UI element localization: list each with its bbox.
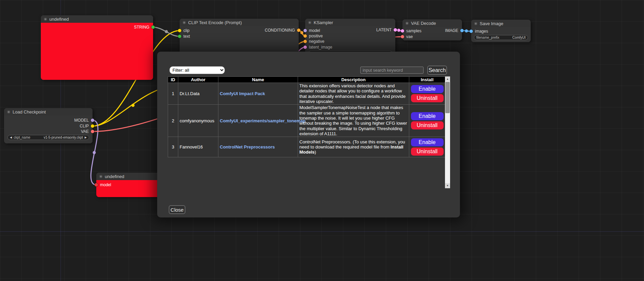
latent-port-icon[interactable]	[303, 46, 307, 49]
increment-arrow-icon[interactable]: ▶	[85, 136, 87, 139]
conditioning-port-icon[interactable]	[303, 34, 307, 38]
output-slot-vae[interactable]: VAE	[81, 129, 94, 134]
node-title-bar[interactable]: CLIP Text Encode (Prompt)	[180, 19, 299, 26]
output-slot-conditioning[interactable]: CONDITIONING	[265, 28, 300, 33]
input-slot-latent-image[interactable]: latent_image	[303, 45, 332, 50]
search-input[interactable]	[360, 67, 424, 74]
input-slot-clip[interactable]: clip	[178, 28, 189, 33]
ckpt-name-widget[interactable]: ◀ ckpt_name v1-5-pruned-emaonly.ckpt ▶	[7, 135, 89, 140]
output-slot-string[interactable]: STRING	[134, 24, 155, 30]
node-title-bar[interactable]: VAE Decode	[402, 19, 462, 27]
node-undefined-bottom[interactable]: undefined model	[96, 173, 164, 197]
node-title-bar[interactable]: undefined	[41, 15, 153, 23]
vae-port-icon[interactable]	[91, 130, 94, 133]
enable-button[interactable]: Enable	[411, 85, 444, 93]
graph-canvas[interactable]: undefined STRING CLIP Text Encode (Promp…	[0, 0, 644, 281]
node-title: Save Image	[480, 21, 503, 26]
node-title-bar[interactable]: KSampler	[305, 19, 395, 26]
cell-id: 1	[168, 83, 178, 105]
output-slot-image[interactable]: IMAGE	[445, 28, 464, 33]
latent-port-icon[interactable]	[401, 29, 404, 33]
wire-string-to-text	[153, 27, 180, 36]
cell-install: Enable Uninstall	[409, 105, 445, 137]
node-status-dot-icon	[406, 22, 409, 25]
node-save-image[interactable]: Save Image images filename_prefix ComfyU…	[471, 20, 531, 42]
clip-port-icon[interactable]	[91, 124, 94, 128]
column-header-author: Author	[178, 77, 218, 83]
description-text: This extension offers various detector n…	[299, 83, 406, 104]
widget-label: ckpt_name	[14, 136, 30, 139]
scrollbar-thumb[interactable]	[445, 82, 450, 113]
input-slot-model[interactable]: model	[95, 182, 111, 188]
filter-select[interactable]: Filter: all	[169, 66, 225, 74]
input-slot-text[interactable]: text	[178, 34, 190, 39]
scroll-up-icon[interactable]: ▲	[445, 76, 450, 82]
node-status-dot-icon	[474, 22, 477, 25]
conditioning-port-icon[interactable]	[303, 40, 307, 43]
cell-install: Enable Uninstall	[409, 83, 445, 105]
clip-port-icon[interactable]	[178, 29, 181, 32]
vae-port-icon[interactable]	[401, 35, 404, 38]
search-button[interactable]: Search	[427, 66, 447, 75]
output-slot-model[interactable]: MODEL	[74, 118, 94, 123]
model-port-icon[interactable]	[95, 183, 98, 187]
node-title: undefined	[105, 174, 124, 179]
enable-button[interactable]: Enable	[411, 112, 444, 120]
node-title-bar[interactable]: undefined	[96, 173, 164, 180]
slot-label: samples	[406, 29, 422, 33]
input-slot-negative[interactable]: negative	[303, 39, 324, 44]
node-undefined-top[interactable]: undefined STRING	[41, 15, 153, 80]
node-title: KSampler	[314, 20, 333, 25]
input-slot-images[interactable]: images	[469, 29, 488, 34]
cell-id: 2	[168, 105, 178, 137]
string-port-icon[interactable]	[178, 35, 181, 38]
uninstall-button[interactable]: Uninstall	[411, 94, 444, 102]
uninstall-button[interactable]: Uninstall	[411, 121, 444, 129]
image-port-icon[interactable]	[469, 30, 473, 33]
node-title: CLIP Text Encode (Prompt)	[188, 20, 242, 25]
extension-link[interactable]: ComfyUI_experiments/sampler_tonemap	[220, 118, 306, 123]
input-slot-positive[interactable]: positive	[303, 33, 323, 39]
cell-author: Fannovel16	[178, 137, 218, 157]
output-slot-clip[interactable]: CLIP	[80, 123, 94, 129]
input-slot-model[interactable]: model	[303, 28, 320, 33]
node-vae-decode[interactable]: VAE Decode samples vae IMAGE	[402, 19, 462, 40]
uninstall-button[interactable]: Uninstall	[411, 147, 444, 156]
slot-label: latent_image	[309, 45, 332, 50]
model-port-icon[interactable]	[303, 29, 307, 32]
cell-author: comfyanonymous	[178, 105, 218, 137]
table-row: 2 comfyanonymous ComfyUI_experiments/sam…	[168, 105, 445, 137]
slot-label: vae	[406, 34, 413, 39]
filename-prefix-widget[interactable]: filename_prefix ComfyUI	[474, 35, 528, 40]
output-slot-latent[interactable]: LATENT	[376, 27, 397, 33]
wire-midpoint-dot	[397, 29, 400, 32]
conditioning-port-icon[interactable]	[297, 29, 300, 32]
cell-name: ComfyUI_experiments/sampler_tonemap	[218, 105, 298, 137]
slot-label: images	[475, 29, 488, 34]
table-scrollbar[interactable]: ▲ ▼	[445, 76, 450, 188]
scroll-down-icon[interactable]: ▼	[445, 183, 450, 188]
extension-link[interactable]: ComfyUI Impact Pack	[220, 91, 265, 96]
image-port-icon[interactable]	[460, 29, 464, 32]
widget-value: v1-5-pruned-emaonly.ckpt	[44, 136, 83, 139]
input-slot-samples[interactable]: samples	[401, 28, 422, 34]
enable-button[interactable]: Enable	[411, 138, 444, 146]
description-text: ModelSamplerTonemapNoiseTest a node that…	[299, 105, 407, 136]
decrement-arrow-icon[interactable]: ◀	[10, 136, 12, 139]
node-status-dot-icon	[183, 21, 186, 24]
model-port-icon[interactable]	[91, 119, 94, 122]
node-status-dot-icon	[44, 18, 47, 21]
input-slot-vae[interactable]: vae	[401, 34, 413, 39]
string-port-icon[interactable]	[151, 25, 155, 29]
node-title-bar[interactable]: Load Checkpoint	[4, 108, 93, 116]
node-load-checkpoint[interactable]: Load Checkpoint MODEL CLIP VAE ◀ ckpt_na…	[4, 108, 93, 143]
description-text: ControlNet Preprocessors. (To use this e…	[299, 139, 405, 150]
latent-port-icon[interactable]	[394, 28, 397, 32]
custom-nodes-manager-dialog: Filter: all Search ID Author Name Descri…	[157, 52, 460, 217]
node-title-bar[interactable]: Save Image	[471, 20, 531, 27]
slot-label: IMAGE	[445, 28, 458, 33]
close-button[interactable]: Close	[169, 205, 185, 214]
table-row: 1 Dr.Lt.Data ComfyUI Impact Pack This ex…	[168, 83, 445, 105]
extension-link[interactable]: ControlNet Preprocessors	[220, 144, 275, 150]
cell-description: ControlNet Preprocessors. (To use this e…	[298, 137, 409, 157]
